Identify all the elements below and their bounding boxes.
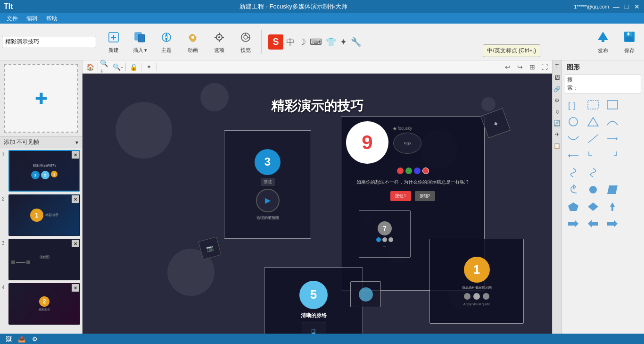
right-icon-music[interactable]: ♫ xyxy=(553,108,561,116)
statusbar-settings-icon[interactable]: ⚙ xyxy=(30,335,40,343)
right-icon-text[interactable]: T xyxy=(553,62,561,71)
shape-parallelogram[interactable] xyxy=(604,182,621,197)
shape-dot[interactable] xyxy=(585,182,602,197)
shape-arc[interactable] xyxy=(604,114,621,129)
shape-arrow-right[interactable] xyxy=(604,131,621,146)
shape-arrow-curved-l[interactable] xyxy=(565,182,582,197)
moon-icon[interactable]: ☽ xyxy=(297,36,307,48)
shape-arrow-left2[interactable] xyxy=(585,216,602,231)
publish-button[interactable]: 发布 xyxy=(590,26,616,58)
shape-diamond[interactable] xyxy=(585,199,602,214)
undo-button[interactable]: ↩ xyxy=(502,62,513,72)
chinese-icon[interactable]: 中 xyxy=(285,35,296,49)
new-button[interactable]: 新建 xyxy=(101,26,126,58)
slide-close-2[interactable]: ✕ xyxy=(72,195,79,203)
small-frame-5b[interactable] xyxy=(350,281,381,307)
star-icon[interactable]: ✦ xyxy=(339,36,348,48)
save-button[interactable]: 保存 xyxy=(617,26,642,58)
frame-3[interactable]: 3 描述 ▶ 合理的缩放图 xyxy=(224,130,311,239)
shape-bracket-r[interactable] xyxy=(585,148,602,163)
slide-item-1[interactable]: 1 ✕ 精彩演示的技巧 3 5 1 xyxy=(2,150,80,192)
svg-rect-25 xyxy=(588,101,598,109)
right-icon-image[interactable]: 🖼 xyxy=(553,74,561,82)
slide-item-3[interactable]: 3 ✕ 流程图 xyxy=(2,239,80,280)
minimize-button[interactable]: — xyxy=(613,3,619,10)
left-panel: ✚ 添加 不可见帧 ▾ 1 ✕ 精彩演示的技巧 3 5 1 xyxy=(0,60,83,334)
slide-thumb-2[interactable]: ✕ 1 精彩演示 xyxy=(8,194,80,236)
fullscreen-button[interactable]: ⛶ xyxy=(539,62,550,72)
shape-dashed-rect[interactable] xyxy=(585,97,602,112)
preview-button[interactable]: 预览 xyxy=(233,26,258,58)
grid-button[interactable]: ⊞ xyxy=(527,62,538,72)
slide-item-2[interactable]: 2 ✕ 1 精彩演示 xyxy=(2,194,80,236)
redo-button[interactable]: ↪ xyxy=(514,62,526,72)
shape-cross-arrow[interactable] xyxy=(604,199,621,214)
statusbar-frame-icon[interactable]: 🖼 xyxy=(4,335,13,343)
shape-arrow-left[interactable] xyxy=(565,148,582,163)
frame-1[interactable]: 1 商品系列截面展示图 Apply visual guide xyxy=(429,239,524,324)
shape-triangle[interactable] xyxy=(585,114,602,129)
slide-thumb-3[interactable]: ✕ 流程图 xyxy=(8,239,80,280)
shape-circle[interactable] xyxy=(565,114,582,129)
insert-button[interactable]: 插入 ▾ xyxy=(127,26,153,58)
maximize-button[interactable]: □ xyxy=(623,3,630,10)
keyboard-icon[interactable]: ⌨ xyxy=(309,36,323,48)
right-icon-gear[interactable]: ⚙ xyxy=(553,96,561,105)
slide-thumb-4[interactable]: ✕ 2 精彩演示 xyxy=(8,283,80,325)
frame-9-btn2[interactable]: 按钮2 xyxy=(415,191,435,201)
shirt-icon[interactable]: 👕 xyxy=(325,36,337,48)
svg-marker-34 xyxy=(574,185,576,189)
slide-item-4[interactable]: 4 ✕ 2 精彩演示 xyxy=(2,283,80,325)
focusky-label: ◆ focusky xyxy=(393,126,479,131)
menu-help[interactable]: 帮助 xyxy=(42,14,61,24)
action-button[interactable]: ✦ xyxy=(143,62,155,72)
slide-close-1[interactable]: ✕ xyxy=(72,151,79,159)
menu-edit[interactable]: 编辑 xyxy=(23,14,41,24)
home-button[interactable]: 🏠 xyxy=(84,62,96,72)
frame-5[interactable]: 5 清晰的脉络 🖥 清晰脉络描述文字 xyxy=(264,267,363,334)
slide-close-4[interactable]: ✕ xyxy=(72,284,79,292)
shape-arrow-right2[interactable] xyxy=(565,216,582,231)
add-frame-button[interactable]: ✚ xyxy=(4,64,78,133)
lock-button[interactable]: 🔒 xyxy=(128,62,139,72)
close-button[interactable]: ✕ xyxy=(634,3,640,10)
shape-empty6 xyxy=(624,165,641,180)
svg-rect-26 xyxy=(607,101,618,109)
insert-label: 插入 ▾ xyxy=(133,47,147,54)
project-name-input[interactable] xyxy=(2,36,96,48)
menu-file[interactable]: 文件 xyxy=(3,14,22,24)
shape-pentagon[interactable] xyxy=(565,199,582,214)
slide-thumb-1[interactable]: ✕ 精彩演示的技巧 3 5 1 xyxy=(8,150,80,192)
shape-rectangle[interactable] xyxy=(604,97,621,112)
animation-button[interactable]: 动画 xyxy=(180,26,206,58)
add-invisible-frame-button[interactable]: 添加 不可见帧 ▾ xyxy=(0,136,82,148)
canvas-container[interactable]: 精彩演示的技巧 3 描述 ▶ 合理的缩放图 📷 xyxy=(83,74,552,334)
shape-empty xyxy=(624,97,641,112)
statusbar-export-icon[interactable]: 📤 xyxy=(17,335,26,343)
right-icon-link[interactable]: 🔗 xyxy=(553,85,561,93)
right-icon-clipboard[interactable]: 📋 xyxy=(553,142,561,150)
zoom-in-button[interactable]: 🔍+ xyxy=(100,62,111,72)
insert-dropdown-arrow: ▾ xyxy=(144,47,147,53)
options-button[interactable]: 选项 xyxy=(206,26,232,58)
frame-3-sublabel: 描述 xyxy=(261,178,275,186)
frame-9-btn1[interactable]: 按钮1 xyxy=(390,191,411,201)
frame-7[interactable]: 7 ... xyxy=(359,210,411,258)
shapes-search-input[interactable] xyxy=(579,81,644,87)
shape-curve-s[interactable] xyxy=(565,165,582,180)
slide-close-3[interactable]: ✕ xyxy=(72,240,79,247)
shape-curve-s2[interactable] xyxy=(585,165,602,180)
right-icon-rotate[interactable]: 🔄 xyxy=(553,119,561,127)
shape-curve-down[interactable] xyxy=(565,131,582,146)
shape-bracket-left[interactable]: [ ] xyxy=(565,97,582,112)
wrench-icon[interactable]: 🔧 xyxy=(350,36,362,48)
shape-line[interactable] xyxy=(585,131,602,146)
shape-arrow-right3[interactable] xyxy=(604,216,621,231)
svg-marker-36 xyxy=(607,185,618,194)
shape-bracket-l[interactable] xyxy=(604,148,621,163)
svg-marker-40 xyxy=(568,220,578,227)
zoom-out-button[interactable]: 🔍- xyxy=(112,62,124,72)
right-icon-plane[interactable]: ✈ xyxy=(553,130,561,139)
theme-button[interactable]: 主题 xyxy=(154,26,179,58)
canvas-toolbar: 🏠 🔍+ 🔍- 🔒 ✦ ↩ ↪ ⊞ ⛶ xyxy=(83,60,552,74)
